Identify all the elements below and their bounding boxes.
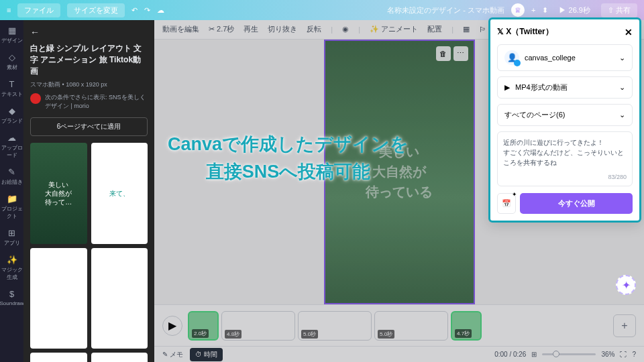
rail-ブランド[interactable]: ◆ブランド (1, 106, 23, 125)
rail-テキスト[interactable]: Tテキスト (1, 79, 23, 98)
rail-Soundraw[interactable]: $Soundraw (0, 289, 24, 306)
template-thumb[interactable]: 来て、 (91, 143, 148, 243)
template-thumb[interactable]: 美しい大自然が待って… (30, 143, 87, 243)
document-title[interactable]: 名称未設定のデザイン - スマホ動画 (387, 5, 504, 15)
add-page-button[interactable]: + (613, 314, 636, 337)
template-meta: スマホ動画 • 1080 x 1920 px (30, 80, 148, 89)
share-panel-title: 𝕏 X（Twitter） (497, 26, 553, 38)
trim-button[interactable]: ✂ 2.7秒 (209, 24, 234, 34)
color-icon[interactable]: ◉ (342, 25, 349, 34)
cloud-icon: ☁ (157, 6, 164, 15)
template-thumb[interactable]: 来て、見て、発見！ (91, 353, 148, 362)
format-selector[interactable]: ▶ MP4形式の動画 ⌄ (497, 76, 633, 99)
flip-button[interactable]: 反転 (307, 24, 321, 34)
template-note[interactable]: 次の条件でさらに表示: SNSを美しくデザイン | morio (30, 93, 148, 111)
templates-panel: ← 白と緑 シンプル レイアウト 文字 アニメーション 旅 Tiktok動画 ス… (23, 20, 154, 362)
magic-fab[interactable]: ✦ (616, 275, 636, 295)
chart-icon[interactable]: ⬍ (542, 6, 548, 15)
left-rail: ▦デザイン◇素材Tテキスト◆ブランド☁アップロード✎お絵描き📁プロジェクト⊞アプ… (0, 20, 23, 362)
template-thumb[interactable] (30, 248, 87, 349)
position-button[interactable]: 配置 (427, 24, 442, 34)
template-title: 白と緑 シンプル レイアウト 文字 アニメーション 旅 Tiktok動画 (30, 43, 148, 76)
pages-selector[interactable]: すべてのページ(6) ⌄ (497, 104, 633, 126)
bottom-bar: ✎ メモ ⏱ 時間 0:00 / 0:26 ⊞ 36% ⛶ ? (154, 346, 644, 362)
timeline-clip[interactable]: 5.0秒 (374, 311, 448, 341)
timeline-clip[interactable]: 4.7秒 (451, 311, 482, 341)
memo-button[interactable]: ✎ メモ (162, 350, 183, 359)
page-more-icon[interactable]: ⋯ (453, 46, 468, 61)
apply-all-button[interactable]: 6ページすべてに適用 (30, 117, 148, 136)
expand-icon[interactable]: ⛶ (620, 351, 627, 358)
close-icon[interactable]: ✕ (625, 27, 633, 38)
edit-video-button[interactable]: 動画を編集 (162, 24, 199, 34)
zoom-level: 36% (601, 351, 614, 358)
redo-icon[interactable]: ↷ (144, 6, 150, 15)
rail-プロジェクト[interactable]: 📁プロジェクト (0, 194, 23, 220)
playback-time: 0:00 / 0:26 (494, 351, 526, 358)
play-button[interactable]: 再生 (244, 24, 258, 34)
rail-お絵描き[interactable]: ✎お絵描き (1, 167, 23, 186)
timeline-clip[interactable]: 2.0秒 (188, 311, 219, 341)
chevron-down-icon: ⌄ (619, 83, 625, 92)
transparency-icon[interactable]: ▦ (463, 25, 470, 34)
rail-アップロード[interactable]: ☁アップロード (0, 133, 23, 159)
back-icon[interactable]: ← (30, 27, 148, 38)
rail-マジック生成[interactable]: ✨マジック生成 (0, 255, 23, 281)
publish-button[interactable]: 今すぐ公開 (520, 193, 633, 214)
timeline-clip[interactable]: 5.0秒 (298, 311, 372, 341)
rail-素材[interactable]: ◇素材 (7, 52, 17, 71)
crown-icon[interactable]: ♕ (511, 3, 525, 17)
share-twitter-panel: 𝕏 X（Twitter） ✕ 👤 canvas_college ⌄ ▶ MP4形… (488, 17, 641, 223)
file-menu[interactable]: ファイル (17, 3, 60, 17)
timeline-play-button[interactable]: ▶ (162, 316, 182, 336)
animate-button[interactable]: ✨ アニメート (370, 24, 418, 34)
delete-page-icon[interactable]: 🗑 (436, 46, 451, 61)
zoom-slider[interactable] (542, 353, 596, 355)
duration-button[interactable]: ⏱ 時間 (190, 348, 223, 361)
link-icon[interactable]: 🏳 (479, 25, 486, 34)
resize-button[interactable]: サイズを変更 (67, 3, 125, 17)
account-selector[interactable]: 👤 canvas_college ⌄ (497, 44, 633, 71)
post-body-input[interactable]: 近所の川に遊びに行ってきたよ！すごく穴場なんだけど、こっそりいいところを共有する… (497, 131, 633, 186)
crop-button[interactable]: 切り抜き (268, 24, 297, 34)
view-icon[interactable]: ⊞ (531, 351, 537, 358)
chevron-down-icon: ⌄ (619, 111, 625, 119)
author-avatar (30, 93, 41, 104)
menu-icon[interactable]: ≡ (7, 6, 11, 14)
share-button[interactable]: ⇧ 共有 (601, 3, 637, 17)
rail-アプリ[interactable]: ⊞アプリ (4, 228, 20, 247)
template-thumb[interactable]: 来て、見て、 (30, 353, 87, 362)
chevron-down-icon: ⌄ (619, 54, 625, 62)
plus-icon[interactable]: + (531, 6, 535, 14)
timeline: ▶ 2.0秒4.8秒5.0秒5.0秒4.7秒 + (154, 304, 644, 347)
tutorial-caption: Canvaで作成したデザインを直接SNSへ投稿可能 (168, 131, 409, 185)
schedule-button[interactable]: 📅✦ (497, 193, 516, 214)
rail-デザイン[interactable]: ▦デザイン (1, 25, 23, 44)
template-thumb[interactable] (91, 248, 148, 349)
char-count: 83/280 (608, 173, 627, 182)
timeline-clip[interactable]: 4.8秒 (221, 311, 295, 341)
help-icon[interactable]: ? (632, 351, 636, 358)
account-avatar: 👤 (504, 50, 519, 65)
duration-label[interactable]: ▶ 26.9秒 (555, 3, 594, 17)
undo-icon[interactable]: ↶ (131, 6, 138, 15)
